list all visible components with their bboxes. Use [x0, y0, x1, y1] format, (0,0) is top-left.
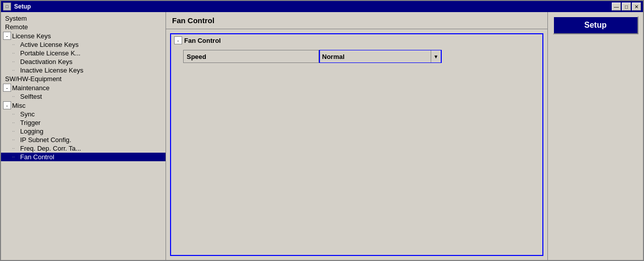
minimize-button[interactable]: —: [612, 3, 621, 11]
tree-expander-misc[interactable]: -: [3, 101, 11, 109]
fan-control-header: - Fan Control: [171, 34, 542, 47]
sidebar-item-misc[interactable]: -Misc: [1, 101, 166, 110]
sidebar-item-ip-subnet-config[interactable]: ··IP Subnet Config.: [1, 136, 166, 144]
speed-dropdown-cell: NormalLowHighAuto ▼: [319, 50, 442, 63]
speed-label: Speed: [183, 50, 319, 63]
setup-button[interactable]: Setup: [553, 16, 638, 34]
tree-dot-inactive-license-keys: ··: [12, 68, 20, 73]
sidebar-item-license-keys[interactable]: -License Keys: [1, 31, 166, 40]
tree-dot-logging: ··: [12, 128, 20, 134]
sidebar: SystemRemote-License Keys··Active Licens…: [1, 12, 166, 260]
sidebar-item-logging[interactable]: ··Logging: [1, 127, 166, 136]
sidebar-label-remote: Remote: [5, 23, 28, 31]
tree-expander-license-keys[interactable]: -: [3, 32, 11, 40]
tree-dot-fan-control: ··: [12, 154, 20, 160]
sidebar-label-license-keys: License Keys: [12, 32, 51, 40]
sidebar-item-maintenance[interactable]: -Maintenance: [1, 83, 166, 92]
sidebar-label-freq-dep-corr-ta: Freq. Dep. Corr. Ta...: [20, 145, 81, 152]
window-icon: □: [3, 3, 11, 11]
tree-dot-portable-license-keys: ··: [12, 50, 20, 56]
sidebar-item-trigger[interactable]: ··Trigger: [1, 118, 166, 127]
tree-dot-freq-dep-corr-ta: ··: [12, 146, 20, 151]
sidebar-label-misc: Misc: [12, 102, 26, 109]
tree-dot-trigger: ··: [12, 120, 20, 125]
title-buttons: — □ ✕: [612, 3, 641, 11]
fan-control-expander[interactable]: -: [174, 36, 182, 44]
window-title: Setup: [14, 3, 31, 10]
sidebar-label-ip-subnet-config: IP Subnet Config.: [20, 136, 71, 144]
sidebar-label-logging: Logging: [20, 127, 43, 135]
panel-title: Fan Control: [166, 12, 547, 29]
fan-control-section: - Fan Control Speed NormalLowHighAuto ▼: [170, 33, 543, 256]
speed-select[interactable]: NormalLowHighAuto: [320, 50, 431, 62]
sidebar-label-deactivation-keys: Deactivation Keys: [20, 58, 72, 66]
sidebar-item-deactivation-keys[interactable]: ··Deactivation Keys: [1, 57, 166, 66]
sidebar-item-inactive-license-keys[interactable]: ··Inactive License Keys: [1, 66, 166, 75]
panel-content: - Fan Control Speed NormalLowHighAuto ▼: [166, 29, 547, 260]
sidebar-label-swhw-equipment: SW/HW-Equipment: [5, 75, 61, 83]
sidebar-item-system[interactable]: System: [1, 14, 166, 23]
content-area: SystemRemote-License Keys··Active Licens…: [1, 12, 643, 260]
speed-row: Speed NormalLowHighAuto ▼: [171, 47, 542, 66]
sidebar-label-sync: Sync: [20, 110, 35, 118]
sidebar-label-fan-control: Fan Control: [20, 153, 54, 161]
close-button[interactable]: ✕: [632, 3, 641, 11]
sidebar-label-system: System: [5, 15, 27, 22]
sidebar-item-active-license-keys[interactable]: ··Active License Keys: [1, 40, 166, 49]
tree-expander-maintenance[interactable]: -: [3, 84, 11, 92]
sidebar-item-fan-control[interactable]: ··Fan Control: [1, 153, 166, 161]
sidebar-item-portable-license-keys[interactable]: ··Portable License K...: [1, 49, 166, 57]
tree-dot-sync: ··: [12, 111, 20, 117]
sidebar-item-sync[interactable]: ··Sync: [1, 110, 166, 118]
tree-dot-ip-subnet-config: ··: [12, 137, 20, 143]
sidebar-label-selftest: Selftest: [20, 93, 42, 100]
sidebar-label-active-license-keys: Active License Keys: [20, 41, 78, 48]
sidebar-item-swhw-equipment[interactable]: SW/HW-Equipment: [1, 75, 166, 83]
sidebar-item-remote[interactable]: Remote: [1, 23, 166, 31]
tree-dot-active-license-keys: ··: [12, 42, 20, 47]
tree-dot-selftest: ··: [12, 94, 20, 99]
restore-button[interactable]: □: [622, 3, 631, 11]
tree-dot-deactivation-keys: ··: [12, 59, 20, 64]
right-panel: Setup: [547, 12, 643, 260]
sidebar-item-freq-dep-corr-ta[interactable]: ··Freq. Dep. Corr. Ta...: [1, 144, 166, 153]
sidebar-item-selftest[interactable]: ··Selftest: [1, 92, 166, 101]
sidebar-label-trigger: Trigger: [20, 119, 41, 126]
main-window: □ Setup — □ ✕ SystemRemote-License Keys·…: [0, 0, 644, 261]
sidebar-label-inactive-license-keys: Inactive License Keys: [20, 67, 84, 74]
title-bar: □ Setup — □ ✕: [1, 1, 643, 12]
main-panel: Fan Control - Fan Control Speed NormalLo…: [166, 12, 547, 260]
sidebar-label-portable-license-keys: Portable License K...: [20, 49, 80, 57]
dropdown-arrow-icon[interactable]: ▼: [431, 50, 441, 62]
sidebar-label-maintenance: Maintenance: [12, 84, 49, 92]
title-bar-left: □ Setup: [3, 3, 31, 11]
fan-control-section-title: Fan Control: [184, 37, 221, 44]
